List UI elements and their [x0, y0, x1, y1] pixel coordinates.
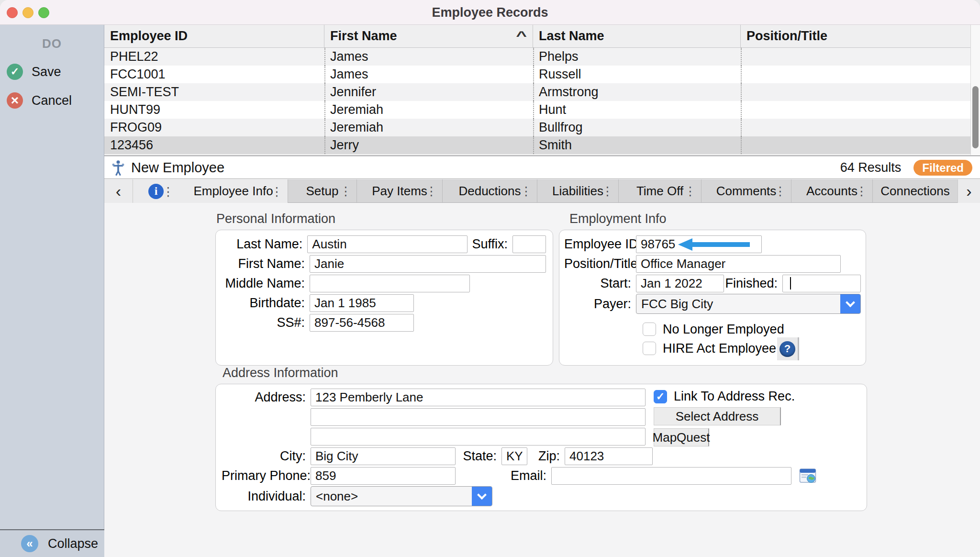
middle-name-field[interactable]: [310, 275, 470, 292]
tab-record-info[interactable]: i ⋮: [133, 179, 179, 203]
individual-dropdown[interactable]: <none>: [311, 486, 492, 506]
info-icon: i: [148, 184, 164, 199]
address-line3-field[interactable]: [311, 428, 646, 446]
tab-time-off[interactable]: Time Off⋮: [618, 179, 701, 203]
hire-act-help-button[interactable]: ?: [777, 337, 799, 360]
position-title-field[interactable]: [636, 255, 841, 273]
birthdate-field[interactable]: [310, 294, 414, 312]
tab-handle-icon[interactable]: ⋮: [271, 184, 283, 198]
tab-handle-icon[interactable]: ⋮: [520, 184, 532, 198]
zip-field[interactable]: [565, 447, 653, 465]
column-header-position[interactable]: Position/Title: [741, 25, 970, 47]
tab-liabilities[interactable]: Liabilities⋮: [537, 179, 618, 203]
email-field[interactable]: [551, 467, 791, 485]
table-row[interactable]: HUNT99 Jeremiah Hunt: [104, 101, 980, 119]
person-icon: [110, 160, 126, 176]
cancel-x-icon: ×: [7, 92, 23, 109]
link-address-checkbox[interactable]: ✓: [654, 390, 667, 403]
tab-handle-icon[interactable]: ⋮: [774, 184, 786, 198]
table-row-selected[interactable]: 123456 Jerry Smith: [104, 136, 980, 154]
employment-panel: Employee ID: Position/Title: Start: Fini…: [559, 230, 866, 366]
payer-label: Payer:: [564, 297, 636, 312]
state-field[interactable]: [501, 447, 527, 465]
help-icon: ?: [780, 341, 795, 357]
chevron-down-icon: [846, 298, 855, 307]
address-line2-field[interactable]: [311, 408, 646, 426]
table-row[interactable]: PHEL22 James Phelps: [104, 48, 980, 66]
chevron-right-icon: ›: [966, 182, 971, 201]
employee-id-field[interactable]: [636, 235, 762, 253]
last-name-field[interactable]: [307, 235, 468, 253]
text-cursor: [790, 277, 791, 290]
birthdate-label: Birthdate:: [223, 296, 310, 311]
employment-section-title: Employment Info: [569, 212, 667, 226]
suffix-label: Suffix:: [468, 237, 512, 252]
individual-value: <none>: [311, 487, 472, 506]
table-row[interactable]: FROG09 Jeremiah Bullfrog: [104, 119, 980, 136]
individual-dropdown-button[interactable]: [472, 487, 492, 506]
cancel-label: Cancel: [32, 93, 72, 108]
tab-handle-icon[interactable]: ⋮: [684, 184, 696, 198]
zip-label: Zip:: [527, 449, 565, 464]
primary-phone-field[interactable]: [311, 467, 456, 485]
tab-pay-items[interactable]: Pay Items⋮: [356, 179, 442, 203]
sidebar-header: DO: [0, 36, 104, 51]
finished-label: Finished:: [724, 276, 782, 291]
first-name-field[interactable]: [310, 255, 546, 273]
payer-dropdown-button[interactable]: [840, 294, 860, 313]
save-check-icon: ✓: [7, 64, 23, 80]
main-content: Employee ID First Name^ Last Name Positi…: [104, 25, 980, 557]
cancel-button[interactable]: × Cancel: [7, 92, 104, 109]
partial-row: [104, 154, 980, 156]
app-window: Employee Records DO ✓ Save × Cancel « Co…: [0, 0, 980, 557]
no-longer-employed-checkbox[interactable]: [643, 323, 656, 336]
tabs-scroll-left-button[interactable]: ‹: [104, 179, 133, 203]
last-name-label: Last Name:: [223, 237, 307, 252]
tab-handle-icon[interactable]: ⋮: [340, 184, 352, 198]
column-header-last-name[interactable]: Last Name: [533, 25, 741, 47]
hire-act-checkbox[interactable]: [643, 342, 656, 355]
table-scrollbar[interactable]: [970, 25, 980, 155]
start-date-field[interactable]: [636, 275, 724, 292]
employee-table: Employee ID First Name^ Last Name Positi…: [104, 25, 980, 156]
save-label: Save: [32, 65, 61, 79]
tab-connections[interactable]: Connections: [872, 179, 958, 203]
tab-setup[interactable]: Setup⋮: [288, 179, 356, 203]
save-button[interactable]: ✓ Save: [7, 64, 104, 80]
window-title: Employee Records: [0, 0, 980, 25]
address-section-title: Address Information: [223, 366, 338, 380]
state-label: State:: [456, 449, 501, 464]
payer-value: FCC Big City: [636, 294, 840, 313]
address-panel: Address: City: State: Zip:: [215, 384, 867, 511]
table-row[interactable]: SEMI-TEST Jennifer Armstrong: [104, 83, 980, 101]
tab-comments[interactable]: Comments⋮: [701, 179, 791, 203]
ssn-field[interactable]: [310, 314, 414, 332]
finished-date-field[interactable]: [782, 275, 861, 292]
mapquest-button[interactable]: MapQuest: [654, 428, 709, 446]
select-address-button[interactable]: Select Address: [654, 407, 781, 425]
scrollbar-thumb[interactable]: [972, 86, 979, 148]
results-count: 64 Results: [840, 160, 902, 175]
tab-accounts[interactable]: Accounts⋮: [791, 179, 872, 203]
tabs-scroll-right-button[interactable]: ›: [958, 179, 980, 203]
tab-handle-icon[interactable]: ⋮: [856, 184, 868, 198]
tab-employee-info[interactable]: Employee Info⋮: [179, 179, 288, 203]
payer-dropdown[interactable]: FCC Big City: [636, 294, 861, 314]
tab-deductions[interactable]: Deductions⋮: [442, 179, 537, 203]
address-line1-field[interactable]: [311, 389, 646, 406]
tab-handle-icon[interactable]: ⋮: [162, 184, 174, 198]
column-header-employee-id[interactable]: Employee ID: [104, 25, 324, 47]
filtered-badge[interactable]: Filtered: [913, 160, 972, 176]
tab-handle-icon[interactable]: ⋮: [601, 184, 613, 198]
tab-handle-icon[interactable]: ⋮: [425, 184, 437, 198]
suffix-field[interactable]: [512, 235, 546, 253]
table-row[interactable]: FCC1001 James Russell: [104, 66, 980, 83]
web-browser-icon[interactable]: [799, 467, 816, 484]
chevron-left-icon: ‹: [116, 182, 121, 201]
collapse-button[interactable]: « Collapse: [0, 529, 104, 557]
record-title: New Employee: [131, 160, 224, 176]
city-field[interactable]: [311, 447, 456, 465]
link-address-row: ✓ Link To Address Rec.: [654, 389, 795, 404]
chevron-down-icon: [477, 490, 487, 500]
column-header-first-name[interactable]: First Name^: [324, 25, 533, 47]
